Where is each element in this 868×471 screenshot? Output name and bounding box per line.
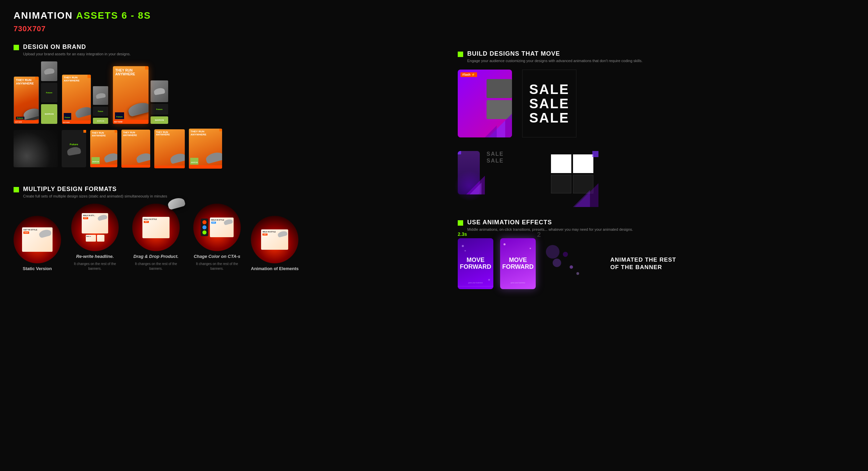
right-column: BUILD DESIGNS THAT MOVE Engage your audi… (444, 43, 854, 289)
section2-header: BUILD DESIGNS THAT MOVE Engage your audi… (458, 50, 854, 63)
future-row2: Future (70, 143, 78, 146)
section3-title: MULTIPLY DESIGN FORMATS (23, 186, 167, 193)
section4-dot (458, 220, 463, 226)
flash-badge: Flash ⚡ (460, 72, 477, 77)
header-section: Animation ASSETS 6 - 8s 730X707 (14, 10, 854, 33)
glow-orbs-area (542, 238, 597, 289)
section4-header: USE ANIMATION EFFECTS Middle animations,… (458, 219, 854, 231)
section4-text: USE ANIMATION EFFECTS Middle animations,… (467, 219, 633, 231)
they-run-2: THEY RUNANYWHERE (64, 76, 89, 82)
fmt-sublabel-2: It changes on the rest of the banners. (68, 262, 122, 271)
section2-text: BUILD DESIGNS THAT MOVE Engage your audi… (467, 50, 643, 63)
ghost-sale-area: SALE SALE (487, 151, 531, 164)
sale-line-1: SALE (529, 82, 570, 96)
thumb-2b: Future (93, 107, 108, 116)
flash-banner-area: Flash ⚡ (458, 70, 512, 137)
banner-group-2: THEY RUNANYWHERE Future BUY NOW (62, 75, 108, 124)
fmt-label-2: Re-write headline. (76, 254, 114, 259)
num-label-2: 2 (537, 231, 541, 239)
section2-title: BUILD DESIGNS THAT MOVE (467, 50, 643, 57)
they-run-label-1: THEY RUNANYWHERE (16, 79, 37, 86)
circle-1: Get in style SHOP (14, 216, 61, 263)
section1-title: Design on Brand (23, 43, 131, 51)
animated-rest-text: ANIMATED THE REST OF THE BANNER (610, 256, 685, 271)
animated-rest-area: ANIMATED THE REST OF THE BANNER (610, 256, 685, 271)
banner-tall-1: THEY RUNANYWHERE Future BUY NOW (14, 76, 39, 124)
circle-3: Walk in style SHOP (132, 204, 180, 251)
section1-subtitle: Upload your brand assets for an easy int… (23, 52, 131, 56)
circle-5: Walk in style SHOP (251, 216, 298, 263)
banner-group-1: THEY RUNANYWHERE Future BUY NOW (14, 61, 57, 124)
banner-lg-1: THEY RUNANYWHERE Future BUY NOW (113, 66, 149, 124)
ghost-sale-1: SALE (487, 151, 504, 157)
section1-dot (14, 45, 19, 50)
fmt-label-3: Drag & Drop Product. (134, 254, 179, 259)
future-2: Future (65, 116, 70, 118)
thumb-3a (151, 80, 168, 102)
sale-line-2: SALE (529, 97, 570, 110)
format-item-1: Get in style SHOP Static Version (14, 216, 61, 271)
header-animation-title: Animation (14, 10, 73, 21)
move-banner-1-wrap: 2.3s MOVE FORWARD grow your business (458, 238, 493, 289)
section2-subtitle: Engage your audience customizing your de… (467, 59, 643, 63)
wide-banner-4: THEY RUNANYWHERE SHOPCON (189, 129, 222, 169)
wide-banner-2: THEY RUNANYWHERE (121, 130, 150, 168)
section3-header: MULTIPLY DESIGN FORMATS Create full sets… (14, 186, 424, 198)
thumb-2a (93, 86, 108, 105)
circle-4: Walk in style SHOP (193, 204, 241, 251)
section-multiply-formats: MULTIPLY DESIGN FORMATS Create full sets… (14, 186, 424, 271)
thumb-2c: SHOPICON (93, 118, 108, 124)
thumb-1a (41, 61, 57, 81)
future-small: Future (46, 92, 53, 94)
format-items-row: Get in style SHOP Static Version (14, 204, 424, 271)
ghost-purple-area (458, 151, 480, 194)
move-forward-text-1: MOVE FORWARD (460, 257, 491, 270)
banner-row2-future: Future (62, 130, 86, 167)
format-item-3: Walk in style SHOP Drag & Drop Product. … (129, 204, 183, 271)
shoe-row2 (66, 146, 81, 156)
thumb-group-1: Future SHOPICON (41, 61, 57, 124)
move-banner-1: MOVE FORWARD grow your business (458, 238, 493, 289)
section3-text: MULTIPLY DESIGN FORMATS Create full sets… (23, 186, 167, 198)
thumb-3b: Future (151, 104, 168, 115)
section3-dot (14, 187, 19, 192)
flash-banner: Flash ⚡ (458, 70, 512, 137)
fmt-label-1: Static Version (23, 266, 52, 271)
banners-row2: Future THEY RUNANYWHERE SHOPCON (14, 129, 424, 169)
left-column: Design on Brand Upload your brand assets… (14, 43, 424, 289)
thumb-shoe (44, 68, 55, 75)
banners-row1: THEY RUNANYWHERE Future BUY NOW (14, 61, 424, 124)
section1-text: Design on Brand Upload your brand assets… (23, 43, 131, 56)
timer-badge-1: 2.3s (458, 231, 467, 237)
circle-2: Walk in sty... SHOP Walk in (71, 204, 119, 251)
ghost-grid-area (537, 151, 598, 205)
format-item-5: Walk in style SHOP Animation of Elements (251, 216, 299, 271)
move-banner-2-wrap: 2 MOVE FORWARD grow your business (500, 238, 536, 289)
geo-preview-row2: SALE SALE (458, 151, 854, 205)
fmt-label-5: Animation of Elements (251, 266, 299, 271)
move-forward-text-2: MOVE FORWARD (502, 257, 534, 270)
banner-med-1: THEY RUNANYWHERE Future BUY NOW (62, 75, 91, 124)
flash-img-1 (487, 79, 512, 98)
section3-subtitle: Create full sets of multiple design size… (23, 194, 167, 198)
ghost-sale-2: SALE (487, 158, 504, 164)
floating-shoe (167, 196, 186, 210)
black-square (14, 130, 58, 167)
page-wrapper: Animation ASSETS 6 - 8s 730X707 Design o… (0, 0, 868, 471)
shoe-3 (127, 101, 149, 117)
section-build-designs: BUILD DESIGNS THAT MOVE Engage your audi… (458, 50, 854, 205)
sneaker-img-1 (22, 107, 39, 120)
format-item-4: Walk in style SHOP Chage Color on CTA-s … (190, 204, 244, 271)
cta-1: BUY NOW (14, 120, 39, 124)
inner-cta-1: SHOP (23, 231, 29, 234)
thumb-3c: SHOPICON (151, 116, 168, 124)
section-design-on-brand: Design on Brand Upload your brand assets… (14, 43, 424, 169)
future-badge-1: Future (16, 117, 24, 119)
thumb-group-2: Future SHOPICON (93, 86, 108, 124)
section4-title: USE ANIMATION EFFECTS (467, 219, 633, 226)
fmt-label-4: Chage Color on CTA-s (194, 254, 240, 259)
section1-header: Design on Brand Upload your brand assets… (14, 43, 424, 56)
shoe-2 (74, 106, 91, 118)
geo-preview-row1: Flash ⚡ SALE SALE SALE (458, 70, 854, 137)
thumb-1b: Future (41, 83, 57, 102)
